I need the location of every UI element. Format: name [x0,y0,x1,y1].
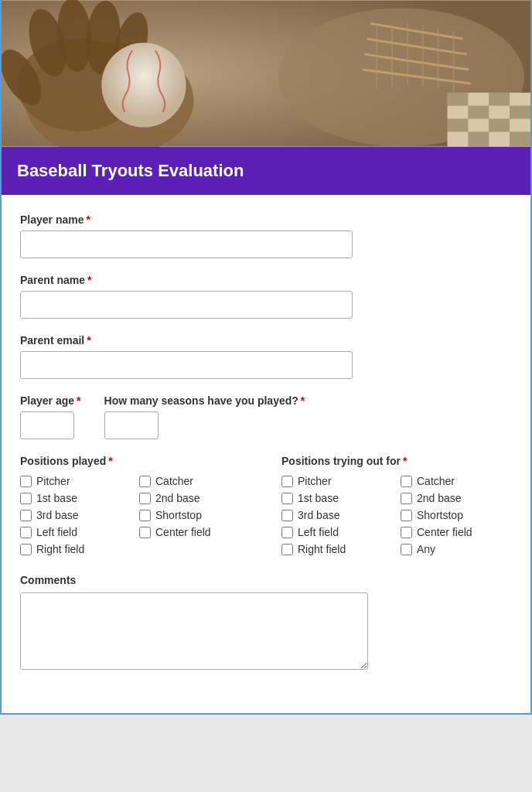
positions-tryout-grid: Pitcher Catcher 1st base 2nd base [281,475,512,555]
svg-rect-28 [510,106,530,119]
tryout-rightfield-item[interactable]: Right field [281,543,393,555]
svg-rect-24 [510,93,530,106]
tryout-3rdbase-item[interactable]: 3rd base [281,509,393,521]
tryout-any-item[interactable]: Any [401,543,512,555]
positions-played-grid: Pitcher Catcher 1st base 2nd base [20,475,251,555]
parent-name-required: * [87,274,91,286]
played-rightfield-item[interactable]: Right field [20,543,131,555]
inline-fields-row: Player age* How many seasons have you pl… [20,394,512,439]
tryout-2ndbase-checkbox[interactable] [401,493,412,504]
svg-rect-35 [489,132,510,147]
comments-label: Comments [20,574,512,586]
played-2ndbase-checkbox[interactable] [139,493,151,504]
positions-tryout-title: Positions trying out for* [281,455,512,467]
positions-tryout-required: * [403,455,407,467]
parent-email-input[interactable] [20,351,353,379]
tryout-catcher-checkbox[interactable] [401,476,412,487]
positions-played-title: Positions played* [20,455,251,467]
played-leftfield-item[interactable]: Left field [20,526,131,538]
seasons-played-input[interactable] [104,411,159,439]
tryout-leftfield-checkbox[interactable] [281,527,293,538]
player-name-group: Player name* [20,213,512,258]
svg-rect-34 [468,132,489,147]
played-catcher-item[interactable]: Catcher [139,475,251,487]
played-leftfield-checkbox[interactable] [20,527,32,538]
seasons-required: * [301,394,305,407]
hero-image [2,0,530,147]
played-3rdbase-checkbox[interactable] [20,510,32,521]
player-name-input[interactable] [20,230,353,258]
played-shortstop-checkbox[interactable] [139,510,151,521]
form-title: Baseball Tryouts Evaluation [17,161,244,180]
page-container: Baseball Tryouts Evaluation Player name*… [0,0,532,715]
parent-name-input[interactable] [20,291,353,319]
svg-rect-21 [448,93,469,106]
svg-rect-31 [489,119,510,132]
svg-rect-29 [448,119,469,132]
tryout-pitcher-checkbox[interactable] [281,476,293,487]
parent-email-group: Parent email* [20,334,512,379]
tryout-rightfield-checkbox[interactable] [281,544,293,555]
svg-rect-22 [468,93,489,106]
svg-rect-30 [468,119,489,132]
played-rightfield-checkbox[interactable] [20,544,32,555]
played-3rdbase-item[interactable]: 3rd base [20,509,131,521]
player-age-required: * [77,394,80,407]
played-catcher-checkbox[interactable] [139,476,151,487]
svg-rect-23 [489,93,510,106]
played-2ndbase-item[interactable]: 2nd base [139,492,251,504]
form-body: Player name* Parent name* Parent email* … [2,195,530,713]
tryout-2ndbase-item[interactable]: 2nd base [401,492,512,504]
positions-tryout-column: Positions trying out for* Pitcher Catche… [281,455,512,555]
svg-rect-36 [510,132,530,147]
tryout-centerfield-checkbox[interactable] [401,527,412,538]
tryout-3rdbase-checkbox[interactable] [281,510,293,521]
tryout-leftfield-item[interactable]: Left field [281,526,393,538]
tryout-any-checkbox[interactable] [401,544,412,555]
player-name-label: Player name* [20,213,512,226]
player-name-required: * [87,213,90,226]
played-pitcher-checkbox[interactable] [20,476,32,487]
tryout-1stbase-item[interactable]: 1st base [281,492,393,504]
comments-section: Comments [20,574,512,673]
tryout-centerfield-item[interactable]: Center field [401,526,512,538]
played-shortstop-item[interactable]: Shortstop [139,509,251,521]
svg-rect-32 [510,119,530,132]
player-age-group: Player age* [20,394,81,439]
svg-point-8 [101,43,186,127]
player-age-label: Player age* [20,394,81,407]
tryout-catcher-item[interactable]: Catcher [401,475,512,487]
played-centerfield-checkbox[interactable] [139,527,151,538]
tryout-1stbase-checkbox[interactable] [281,493,293,504]
svg-rect-27 [489,106,510,119]
parent-name-label: Parent name* [20,274,512,286]
tryout-shortstop-checkbox[interactable] [401,510,412,521]
comments-textarea[interactable] [20,592,368,670]
positions-section: Positions played* Pitcher Catcher 1st ba… [20,455,512,555]
played-1stbase-item[interactable]: 1st base [20,492,131,504]
played-centerfield-item[interactable]: Center field [139,526,251,538]
tryout-pitcher-item[interactable]: Pitcher [281,475,393,487]
played-pitcher-item[interactable]: Pitcher [20,475,131,487]
form-header: Baseball Tryouts Evaluation [2,147,530,195]
positions-played-column: Positions played* Pitcher Catcher 1st ba… [20,455,251,555]
svg-rect-26 [468,106,489,119]
seasons-played-group: How many seasons have you played?* [104,394,305,439]
parent-email-required: * [87,334,90,346]
svg-rect-25 [448,106,469,119]
parent-name-group: Parent name* [20,274,512,319]
positions-played-required: * [108,455,112,467]
seasons-played-label: How many seasons have you played?* [104,394,305,407]
player-age-input[interactable] [20,411,74,439]
svg-rect-33 [448,132,469,147]
parent-email-label: Parent email* [20,334,512,346]
tryout-shortstop-item[interactable]: Shortstop [401,509,512,521]
played-1stbase-checkbox[interactable] [20,493,32,504]
